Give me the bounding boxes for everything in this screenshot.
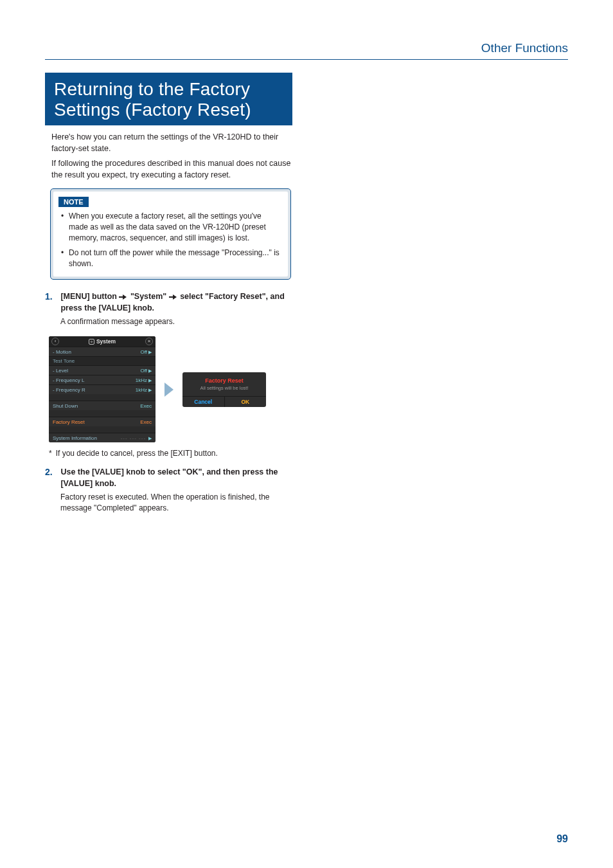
note-bullet: Do not turn off the power while the mess… — [61, 248, 283, 269]
cancel-button: Cancel — [182, 397, 225, 407]
sys-blank — [49, 410, 155, 417]
arrow-icon — [119, 294, 128, 300]
note-box: NOTE When you execute a factory reset, a… — [50, 188, 291, 280]
chevron-right-icon: ▶ — [148, 388, 152, 392]
back-icon: ‹ — [51, 338, 59, 345]
running-header: Other Functions — [45, 41, 568, 60]
row-value: Off — [140, 368, 147, 374]
step-body: A confirmation message appears. — [60, 316, 299, 327]
screenshot-row: ‹ System × - Motion Off▶ Test Tone - Lev… — [49, 336, 568, 442]
system-menu-screenshot: ‹ System × - Motion Off▶ Test Tone - Lev… — [49, 336, 155, 442]
asterisk: * — [49, 449, 52, 458]
confirm-dialog-screenshot: Factory Reset All settings will be lost!… — [182, 372, 266, 407]
step-heading: Use the [VALUE] knob to select "OK", and… — [60, 467, 292, 489]
row-value: 1kHz — [136, 377, 147, 383]
sys-row-testtone-header: Test Tone — [49, 356, 155, 365]
row-label: - Frequency R — [53, 387, 85, 393]
step-2: 2. Use the [VALUE] knob to select "OK", … — [45, 467, 299, 514]
chevron-right-icon: ▶ — [148, 350, 152, 354]
footnote-text: If you decide to cancel, press the [EXIT… — [56, 449, 218, 458]
arrow-icon — [164, 383, 173, 397]
step-text: "System" — [130, 292, 169, 301]
ok-button: OK — [225, 397, 267, 407]
confirm-message: All settings will be lost! — [182, 385, 266, 391]
step-number: 2. — [45, 467, 58, 477]
sys-title-bar: ‹ System × — [49, 336, 155, 347]
close-icon: × — [145, 338, 153, 345]
row-label: Test Tone — [53, 358, 75, 364]
confirm-title: Factory Reset — [182, 377, 266, 384]
step-text: [MENU] button — [60, 292, 119, 301]
chevron-right-icon: ▶ — [148, 378, 152, 383]
intro-p1: Here's how you can return the settings o… — [51, 132, 292, 154]
sys-row-sysinfo: System Information --- --- --- ▶ — [49, 433, 155, 442]
step-heading: [MENU] button "System" select "Factory R… — [60, 291, 292, 314]
step-1: 1. [MENU] button "System" select "Factor… — [45, 291, 299, 327]
note-label: NOTE — [58, 197, 89, 207]
sys-row-freq-r: - Frequency R 1kHz▶ — [49, 384, 155, 394]
row-value: Off — [140, 349, 147, 355]
row-label: Factory Reset — [53, 419, 85, 425]
intro-p2: If following the procedures described in… — [51, 158, 292, 181]
sys-row-freq-l: - Frequency L 1kHz▶ — [49, 375, 155, 384]
row-label: - Frequency L — [53, 377, 84, 383]
sys-row-factory-reset: Factory Reset Exec — [49, 417, 155, 426]
sys-row-motion: - Motion Off▶ — [49, 347, 155, 356]
sys-row-level: - Level Off▶ — [49, 365, 155, 375]
row-label: - Level — [53, 368, 68, 374]
intro-block: Here's how you can return the settings o… — [45, 125, 292, 181]
note-bullet: When you execute a factory reset, all th… — [61, 211, 283, 243]
row-value: Exec — [140, 419, 152, 425]
footnote: *If you decide to cancel, press the [EXI… — [49, 449, 568, 458]
chevron-right-icon: ▶ — [147, 436, 152, 440]
sys-row-shutdown: Shut Down Exec — [49, 401, 155, 410]
sys-title-text: System — [96, 338, 116, 345]
row-label: - Motion — [53, 349, 71, 355]
step-body: Factory reset is executed. When the oper… — [60, 492, 299, 514]
row-value: Exec — [140, 403, 152, 409]
row-label: System Information — [53, 435, 97, 441]
sys-blank — [49, 426, 155, 433]
row-label: Shut Down — [53, 403, 78, 409]
sys-blank — [49, 394, 155, 401]
gear-icon — [89, 339, 94, 345]
section-title: Returning to the Factory Settings (Facto… — [45, 73, 292, 125]
row-value: --- --- --- — [121, 435, 146, 441]
chevron-right-icon: ▶ — [148, 368, 152, 373]
step-number: 1. — [45, 291, 58, 302]
page-number: 99 — [556, 833, 568, 845]
arrow-icon — [169, 294, 178, 300]
row-value: 1kHz — [136, 387, 147, 393]
